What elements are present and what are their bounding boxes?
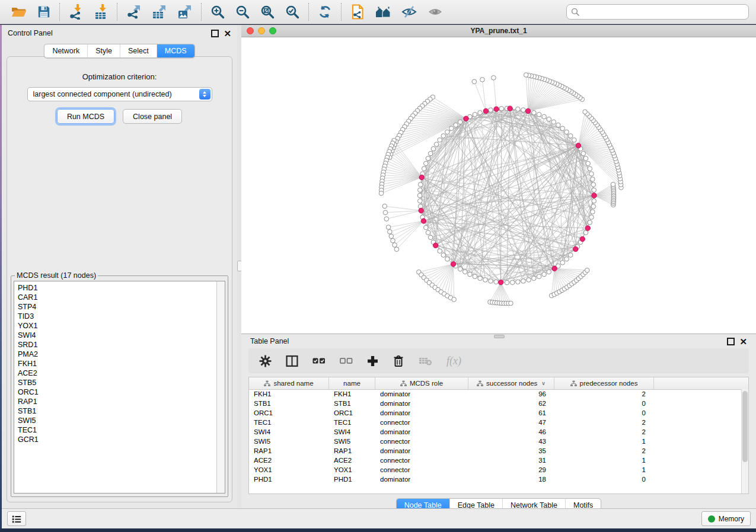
zoom-selected-button[interactable]	[280, 2, 305, 22]
mcds-role-cell: dominator	[375, 390, 468, 398]
tab-select[interactable]: Select	[120, 44, 157, 57]
import-table-icon	[94, 4, 108, 20]
predecessor-nodes-cell: 2	[554, 428, 654, 435]
delete-table-button[interactable]	[412, 356, 439, 366]
export-image-button[interactable]	[172, 2, 197, 22]
result-list-scrollbar[interactable]	[216, 281, 225, 493]
tab-style[interactable]: Style	[87, 44, 120, 57]
table-row[interactable]: RAP1RAP1dominator352	[249, 446, 742, 456]
shared-name-cell: SWI4	[249, 428, 329, 435]
zoom-fit-button[interactable]	[255, 2, 280, 22]
clipboard-network-button[interactable]	[345, 2, 370, 22]
show-columns-button[interactable]	[279, 355, 305, 367]
refresh-layout-button[interactable]	[312, 2, 337, 22]
column-header-successor-nodes[interactable]: successor nodes∨	[468, 377, 554, 389]
shared-name-cell: PHD1	[249, 476, 329, 483]
export-network-button[interactable]	[121, 2, 146, 22]
houses-button[interactable]	[370, 2, 396, 22]
export-table-button[interactable]	[146, 2, 172, 22]
result-item[interactable]: STP4	[18, 302, 225, 312]
result-item[interactable]: ACE2	[18, 368, 225, 378]
function-builder-button[interactable]: f(x)	[439, 355, 468, 367]
result-item[interactable]: SWI4	[18, 331, 225, 340]
table-row[interactable]: TEC1TEC1connector472	[249, 418, 742, 427]
memory-button[interactable]: Memory	[701, 511, 751, 526]
table-row[interactable]: ACE2ACE2connector311	[249, 456, 742, 465]
search-box[interactable]	[566, 4, 749, 20]
maximize-window-button[interactable]	[269, 27, 276, 34]
table-row[interactable]: PHD1PHD1dominator180	[249, 475, 742, 484]
network-window-titlebar[interactable]: YPA_prune.txt_1	[241, 25, 756, 37]
hide-graphics-button[interactable]	[396, 2, 422, 22]
horizontal-splitter-grip[interactable]	[494, 335, 505, 338]
run-mcds-button[interactable]: Run MCDS	[57, 109, 114, 124]
table-row[interactable]: SWI4SWI4dominator462	[249, 427, 742, 437]
result-item[interactable]: PHD1	[18, 283, 225, 293]
column-header-name[interactable]: name	[329, 377, 375, 389]
successor-nodes-cell: 47	[468, 419, 554, 426]
network-window-title: YPA_prune.txt_1	[470, 27, 527, 35]
search-input[interactable]	[582, 7, 744, 17]
uncheck-all-icon	[340, 356, 353, 366]
result-item[interactable]: TID3	[18, 312, 225, 321]
result-item[interactable]: CAR1	[18, 293, 225, 302]
import-table-button[interactable]	[88, 2, 113, 22]
predecessor-nodes-cell: 1	[554, 457, 654, 464]
result-item[interactable]: GCR1	[18, 435, 225, 444]
name-cell: PHD1	[329, 476, 375, 483]
table-row[interactable]: YOX1YOX1connector291	[249, 465, 742, 475]
successor-nodes-cell: 18	[468, 476, 554, 483]
result-item[interactable]: STB5	[18, 378, 225, 387]
result-item[interactable]: STB1	[18, 406, 225, 416]
task-history-button[interactable]	[7, 511, 26, 526]
memory-status-icon	[708, 515, 715, 523]
result-item[interactable]: ORC1	[18, 387, 225, 397]
close-panel-button[interactable]: Close panel	[123, 109, 182, 124]
table-scrollbar-thumb[interactable]	[742, 391, 748, 462]
result-item[interactable]: SWI5	[18, 416, 225, 425]
table-row[interactable]: STB1STB1dominator620	[249, 399, 742, 408]
table-row[interactable]: FKH1FKH1dominator962	[249, 389, 742, 399]
add-column-button[interactable]	[360, 355, 385, 367]
deselect-all-button[interactable]	[333, 356, 360, 366]
table-row[interactable]: ORC1ORC1dominator610	[249, 408, 742, 418]
column-header-shared-name[interactable]: shared name	[249, 377, 329, 389]
save-session-button[interactable]	[32, 2, 56, 22]
toolbar-separator	[308, 3, 309, 21]
toolbar-separator	[201, 3, 202, 21]
predecessor-nodes-cell: 1	[554, 438, 654, 445]
table-row[interactable]: SWI5SWI5connector431	[249, 437, 742, 446]
select-all-button[interactable]	[305, 356, 333, 366]
minimize-window-button[interactable]	[258, 27, 265, 34]
float-table-panel-icon[interactable]	[727, 338, 735, 345]
delete-column-button[interactable]	[385, 355, 412, 367]
zoom-in-button[interactable]	[205, 2, 230, 22]
name-cell: SWI5	[329, 438, 375, 445]
close-control-panel-icon[interactable]: ✕	[224, 29, 231, 38]
tab-network[interactable]: Network	[44, 44, 87, 57]
column-header-predecessor-nodes[interactable]: predecessor nodes	[554, 377, 654, 389]
close-table-panel-icon[interactable]: ✕	[739, 337, 747, 346]
zoom-selected-icon	[285, 5, 299, 19]
result-item[interactable]: SRD1	[18, 340, 225, 350]
criterion-dropdown[interactable]: largest connected component (undirected)	[27, 87, 212, 101]
result-item[interactable]: FKH1	[18, 359, 225, 368]
float-panel-icon[interactable]	[211, 30, 219, 37]
result-item[interactable]: YOX1	[18, 321, 225, 331]
table-scrollbar[interactable]	[741, 389, 748, 493]
zoom-out-button[interactable]	[230, 2, 255, 22]
plus-icon	[367, 355, 378, 367]
result-item[interactable]: PMA2	[18, 350, 225, 359]
tab-mcds[interactable]: MCDS	[157, 44, 194, 57]
network-canvas[interactable]	[241, 37, 756, 334]
close-window-button[interactable]	[247, 27, 254, 34]
name-cell: TEC1	[329, 419, 375, 426]
result-item[interactable]: RAP1	[18, 397, 225, 406]
successor-nodes-cell: 61	[468, 409, 554, 416]
import-network-button[interactable]	[63, 2, 88, 22]
show-graphics-button[interactable]	[422, 2, 448, 22]
result-item[interactable]: TEC1	[18, 425, 225, 435]
column-header-mcds-role[interactable]: MCDS role	[375, 377, 468, 389]
open-session-button[interactable]	[6, 2, 32, 22]
table-settings-button[interactable]	[252, 355, 279, 367]
